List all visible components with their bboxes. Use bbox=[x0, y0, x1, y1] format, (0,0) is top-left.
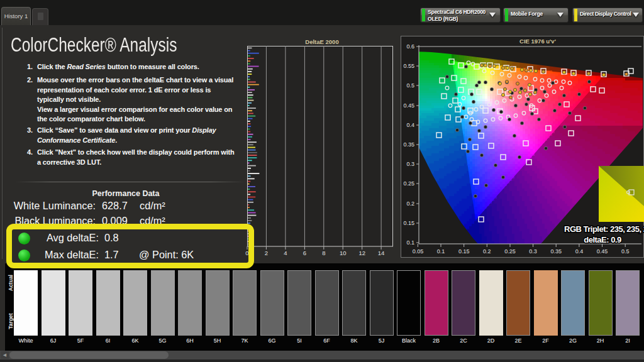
svg-text:0.45: 0.45 bbox=[403, 102, 414, 109]
svg-text:0.15: 0.15 bbox=[403, 220, 414, 226]
svg-text:8: 8 bbox=[322, 250, 325, 256]
svg-text:0.1: 0.1 bbox=[406, 239, 414, 246]
svg-text:0.05: 0.05 bbox=[413, 248, 424, 255]
svg-text:0.45: 0.45 bbox=[597, 248, 608, 255]
svg-text:DeltaE 2000: DeltaE 2000 bbox=[305, 38, 338, 45]
svg-text:0.5: 0.5 bbox=[406, 82, 414, 89]
svg-text:0.35: 0.35 bbox=[550, 248, 562, 255]
svg-text:0.35: 0.35 bbox=[403, 141, 414, 148]
svg-text:2: 2 bbox=[265, 250, 268, 256]
svg-text:RGB Triplet: 235, 235, 2: RGB Triplet: 235, 235, 2 bbox=[564, 224, 644, 234]
svg-text:0.3: 0.3 bbox=[406, 161, 414, 167]
svg-text:0.4: 0.4 bbox=[575, 248, 584, 255]
svg-text:12: 12 bbox=[358, 250, 365, 256]
svg-text:deltaE: 0.9: deltaE: 0.9 bbox=[584, 235, 621, 244]
svg-text:0.5: 0.5 bbox=[621, 248, 630, 255]
svg-text:4: 4 bbox=[284, 250, 287, 256]
svg-text:14: 14 bbox=[378, 250, 385, 256]
svg-text:0.3: 0.3 bbox=[529, 248, 537, 255]
svg-text:0.25: 0.25 bbox=[504, 248, 516, 255]
svg-text:6: 6 bbox=[303, 250, 306, 256]
svg-text:0.6: 0.6 bbox=[406, 43, 414, 50]
svg-text:0.55: 0.55 bbox=[403, 63, 414, 69]
svg-text:0.1: 0.1 bbox=[437, 248, 445, 255]
svg-text:0.2: 0.2 bbox=[483, 248, 491, 255]
svg-text:0.25: 0.25 bbox=[403, 180, 414, 187]
svg-text:CIE 1976 u'v': CIE 1976 u'v' bbox=[519, 38, 556, 45]
svg-text:0.2: 0.2 bbox=[406, 200, 414, 207]
svg-text:0.4: 0.4 bbox=[406, 122, 414, 128]
svg-text:0.15: 0.15 bbox=[458, 248, 470, 255]
svg-text:10: 10 bbox=[340, 250, 347, 256]
